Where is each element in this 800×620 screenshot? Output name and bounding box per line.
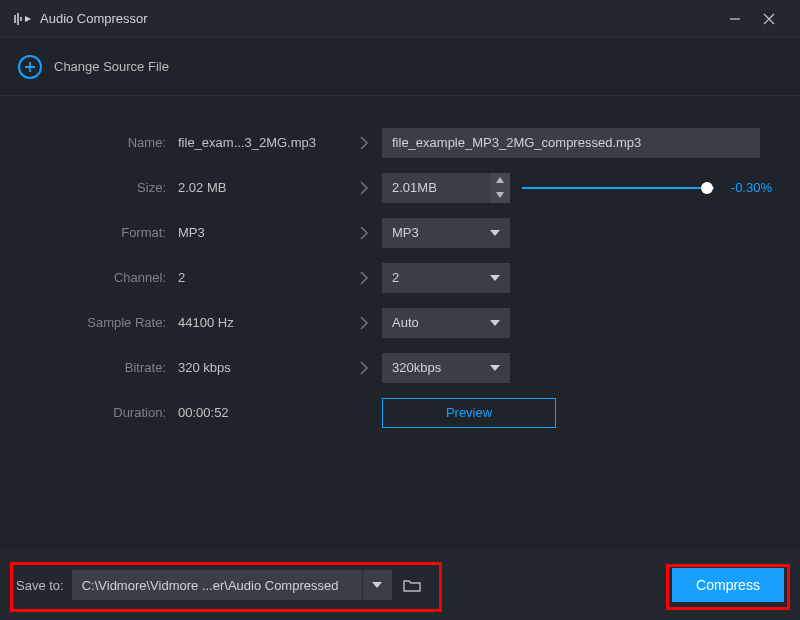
plus-circle-icon	[18, 55, 42, 79]
app-title: Audio Compressor	[40, 11, 718, 26]
input-channel: 2	[178, 270, 346, 285]
output-channel-value: 2	[392, 270, 399, 285]
chevron-right-icon	[346, 226, 382, 240]
output-format-value: MP3	[392, 225, 419, 240]
size-slider[interactable]	[522, 186, 714, 190]
preview-button[interactable]: Preview	[382, 398, 556, 428]
label-format: Format:	[0, 225, 178, 240]
change-source-bar[interactable]: Change Source File	[0, 38, 800, 96]
change-source-label: Change Source File	[54, 59, 169, 74]
row-format: Format: MP3 MP3	[0, 210, 800, 255]
output-bitrate-value: 320kbps	[392, 360, 441, 375]
size-step-down[interactable]	[490, 188, 510, 203]
row-channel: Channel: 2 2	[0, 255, 800, 300]
open-folder-button[interactable]	[398, 570, 426, 600]
save-to-label: Save to:	[16, 578, 64, 593]
label-sample-rate: Sample Rate:	[0, 315, 178, 330]
compress-button[interactable]: Compress	[672, 568, 784, 602]
close-button[interactable]	[752, 2, 786, 36]
input-duration: 00:00:52	[178, 405, 346, 420]
output-format-select[interactable]: MP3	[382, 218, 510, 248]
output-size-stepper[interactable]: 2.01MB	[382, 173, 510, 203]
output-sample-rate-value: Auto	[392, 315, 419, 330]
minimize-button[interactable]	[718, 2, 752, 36]
input-name: file_exam...3_2MG.mp3	[178, 135, 346, 150]
settings-panel: Name: file_exam...3_2MG.mp3 Size: 2.02 M…	[0, 96, 800, 435]
chevron-right-icon	[346, 181, 382, 195]
app-logo-icon	[14, 12, 32, 26]
row-size: Size: 2.02 MB 2.01MB -0.30%	[0, 165, 800, 210]
save-to-group: Save to: C:\Vidmore\Vidmore ...er\Audio …	[16, 570, 426, 600]
chevron-right-icon	[346, 136, 382, 150]
output-name-input[interactable]	[382, 128, 760, 158]
footer: Save to: C:\Vidmore\Vidmore ...er\Audio …	[0, 550, 800, 620]
chevron-right-icon	[346, 271, 382, 285]
output-size-value: 2.01MB	[382, 180, 490, 195]
output-bitrate-select[interactable]: 320kbps	[382, 353, 510, 383]
row-sample-rate: Sample Rate: 44100 Hz Auto	[0, 300, 800, 345]
chevron-right-icon	[346, 316, 382, 330]
label-name: Name:	[0, 135, 178, 150]
input-size: 2.02 MB	[178, 180, 346, 195]
size-step-up[interactable]	[490, 173, 510, 188]
label-bitrate: Bitrate:	[0, 360, 178, 375]
save-to-dropdown[interactable]	[362, 570, 392, 600]
titlebar: Audio Compressor	[0, 0, 800, 38]
label-channel: Channel:	[0, 270, 178, 285]
input-bitrate: 320 kbps	[178, 360, 346, 375]
label-size: Size:	[0, 180, 178, 195]
chevron-right-icon	[346, 361, 382, 375]
row-duration: Duration: 00:00:52 Preview	[0, 390, 800, 435]
input-format: MP3	[178, 225, 346, 240]
label-duration: Duration:	[0, 405, 178, 420]
row-bitrate: Bitrate: 320 kbps 320kbps	[0, 345, 800, 390]
save-to-path[interactable]: C:\Vidmore\Vidmore ...er\Audio Compresse…	[72, 570, 362, 600]
output-channel-select[interactable]: 2	[382, 263, 510, 293]
size-slider-thumb[interactable]	[701, 182, 713, 194]
size-delta: -0.30%	[724, 180, 772, 195]
output-sample-rate-select[interactable]: Auto	[382, 308, 510, 338]
row-name: Name: file_exam...3_2MG.mp3	[0, 120, 800, 165]
input-sample-rate: 44100 Hz	[178, 315, 346, 330]
